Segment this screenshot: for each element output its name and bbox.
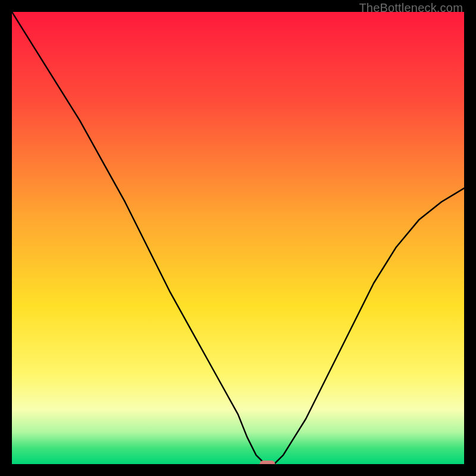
chart-frame: TheBottleneck.com: [0, 0, 476, 476]
bottleneck-chart: [12, 12, 464, 464]
gradient-background: [12, 12, 464, 464]
watermark-text: TheBottleneck.com: [359, 1, 463, 15]
plateau-marker: [259, 461, 275, 464]
